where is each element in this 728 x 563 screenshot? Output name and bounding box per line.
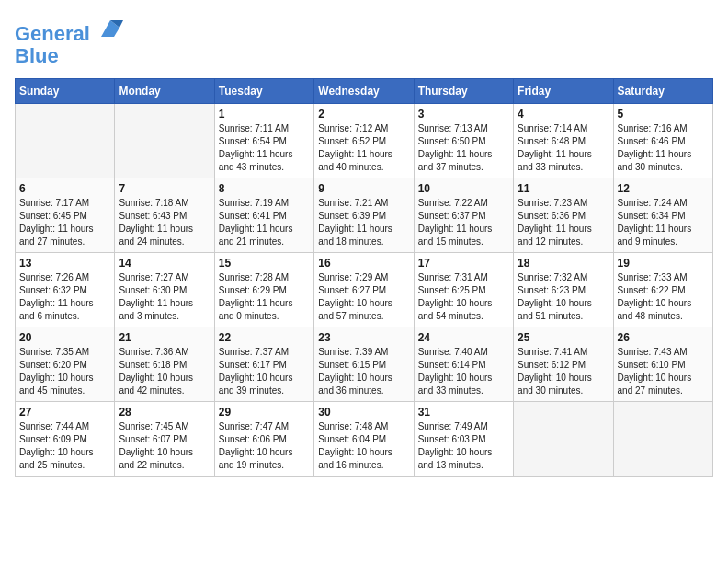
day-cell: 14Sunrise: 7:27 AMSunset: 6:30 PMDayligh… (115, 253, 214, 327)
day-header-thursday: Thursday (414, 79, 513, 104)
day-info: Sunrise: 7:18 AMSunset: 6:43 PMDaylight:… (119, 197, 210, 248)
day-cell: 13Sunrise: 7:26 AMSunset: 6:32 PMDayligh… (16, 253, 115, 327)
day-info: Sunrise: 7:48 AMSunset: 6:04 PMDaylight:… (318, 420, 409, 472)
day-info: Sunrise: 7:24 AMSunset: 6:34 PMDaylight:… (618, 197, 709, 248)
day-info: Sunrise: 7:40 AMSunset: 6:14 PMDaylight:… (418, 346, 509, 397)
day-cell: 9Sunrise: 7:21 AMSunset: 6:39 PMDaylight… (314, 178, 414, 253)
day-info: Sunrise: 7:45 AMSunset: 6:07 PMDaylight:… (119, 420, 210, 472)
day-cell: 6Sunrise: 7:17 AMSunset: 6:45 PMDaylight… (16, 178, 115, 253)
day-info: Sunrise: 7:29 AMSunset: 6:27 PMDaylight:… (318, 271, 409, 323)
day-number: 7 (119, 182, 210, 195)
page-header: General Blue (15, 15, 713, 67)
day-cell: 30Sunrise: 7:48 AMSunset: 6:04 PMDayligh… (314, 402, 414, 477)
day-info: Sunrise: 7:14 AMSunset: 6:48 PMDaylight:… (518, 122, 609, 174)
week-row-3: 13Sunrise: 7:26 AMSunset: 6:32 PMDayligh… (16, 253, 713, 327)
day-cell: 21Sunrise: 7:36 AMSunset: 6:18 PMDayligh… (115, 327, 214, 402)
day-number: 16 (318, 257, 409, 270)
day-number: 5 (618, 108, 709, 121)
day-number: 6 (19, 182, 110, 195)
day-number: 25 (518, 331, 609, 344)
day-cell: 26Sunrise: 7:43 AMSunset: 6:10 PMDayligh… (613, 327, 712, 402)
day-info: Sunrise: 7:36 AMSunset: 6:18 PMDaylight:… (119, 346, 210, 397)
day-number: 9 (318, 182, 409, 195)
day-number: 15 (219, 257, 310, 270)
day-number: 10 (418, 182, 509, 195)
day-cell: 23Sunrise: 7:39 AMSunset: 6:15 PMDayligh… (314, 327, 414, 402)
week-row-5: 27Sunrise: 7:44 AMSunset: 6:09 PMDayligh… (16, 402, 713, 477)
day-number: 17 (418, 257, 509, 270)
day-number: 1 (219, 108, 310, 121)
day-number: 4 (518, 108, 609, 121)
day-header-wednesday: Wednesday (314, 79, 414, 104)
day-cell (514, 402, 613, 477)
day-cell: 11Sunrise: 7:23 AMSunset: 6:36 PMDayligh… (514, 178, 613, 253)
week-row-1: 1Sunrise: 7:11 AMSunset: 6:54 PMDaylight… (16, 104, 713, 178)
day-info: Sunrise: 7:16 AMSunset: 6:46 PMDaylight:… (618, 122, 709, 174)
day-number: 28 (119, 406, 210, 419)
days-header-row: SundayMondayTuesdayWednesdayThursdayFrid… (16, 79, 713, 104)
logo-general: General (15, 22, 90, 45)
day-cell (115, 104, 214, 178)
day-info: Sunrise: 7:19 AMSunset: 6:41 PMDaylight:… (219, 197, 310, 248)
day-info: Sunrise: 7:22 AMSunset: 6:37 PMDaylight:… (418, 197, 509, 248)
day-info: Sunrise: 7:32 AMSunset: 6:23 PMDaylight:… (518, 271, 609, 323)
day-info: Sunrise: 7:26 AMSunset: 6:32 PMDaylight:… (19, 271, 110, 323)
day-number: 30 (318, 406, 409, 419)
day-cell: 20Sunrise: 7:35 AMSunset: 6:20 PMDayligh… (16, 327, 115, 402)
day-number: 26 (618, 331, 709, 344)
day-info: Sunrise: 7:33 AMSunset: 6:22 PMDaylight:… (618, 271, 709, 323)
day-info: Sunrise: 7:43 AMSunset: 6:10 PMDaylight:… (618, 346, 709, 397)
day-number: 11 (518, 182, 609, 195)
week-row-2: 6Sunrise: 7:17 AMSunset: 6:45 PMDaylight… (16, 178, 713, 253)
day-number: 13 (19, 257, 110, 270)
day-number: 24 (418, 331, 509, 344)
day-info: Sunrise: 7:27 AMSunset: 6:30 PMDaylight:… (119, 271, 210, 323)
day-cell (16, 104, 115, 178)
day-info: Sunrise: 7:31 AMSunset: 6:25 PMDaylight:… (418, 271, 509, 323)
day-cell: 7Sunrise: 7:18 AMSunset: 6:43 PMDaylight… (115, 178, 214, 253)
logo: General Blue (15, 15, 123, 67)
day-header-friday: Friday (514, 79, 613, 104)
day-cell (613, 402, 712, 477)
day-cell: 10Sunrise: 7:22 AMSunset: 6:37 PMDayligh… (414, 178, 513, 253)
day-info: Sunrise: 7:37 AMSunset: 6:17 PMDaylight:… (219, 346, 310, 397)
day-info: Sunrise: 7:23 AMSunset: 6:36 PMDaylight:… (518, 197, 609, 248)
day-info: Sunrise: 7:39 AMSunset: 6:15 PMDaylight:… (318, 346, 409, 397)
day-info: Sunrise: 7:44 AMSunset: 6:09 PMDaylight:… (19, 420, 110, 472)
day-cell: 29Sunrise: 7:47 AMSunset: 6:06 PMDayligh… (214, 402, 313, 477)
day-cell: 17Sunrise: 7:31 AMSunset: 6:25 PMDayligh… (414, 253, 513, 327)
day-cell: 28Sunrise: 7:45 AMSunset: 6:07 PMDayligh… (115, 402, 214, 477)
day-cell: 25Sunrise: 7:41 AMSunset: 6:12 PMDayligh… (514, 327, 613, 402)
day-header-tuesday: Tuesday (214, 79, 313, 104)
day-cell: 19Sunrise: 7:33 AMSunset: 6:22 PMDayligh… (613, 253, 712, 327)
day-number: 12 (618, 182, 709, 195)
day-cell: 8Sunrise: 7:19 AMSunset: 6:41 PMDaylight… (214, 178, 313, 253)
day-header-sunday: Sunday (16, 79, 115, 104)
day-number: 8 (219, 182, 310, 195)
day-cell: 27Sunrise: 7:44 AMSunset: 6:09 PMDayligh… (16, 402, 115, 477)
day-header-saturday: Saturday (613, 79, 712, 104)
day-info: Sunrise: 7:41 AMSunset: 6:12 PMDaylight:… (518, 346, 609, 397)
logo-icon (97, 15, 123, 40)
day-cell: 16Sunrise: 7:29 AMSunset: 6:27 PMDayligh… (314, 253, 414, 327)
day-number: 18 (518, 257, 609, 270)
day-cell: 5Sunrise: 7:16 AMSunset: 6:46 PMDaylight… (613, 104, 712, 178)
day-number: 23 (318, 331, 409, 344)
day-info: Sunrise: 7:28 AMSunset: 6:29 PMDaylight:… (219, 271, 310, 323)
day-cell: 15Sunrise: 7:28 AMSunset: 6:29 PMDayligh… (214, 253, 313, 327)
day-number: 29 (219, 406, 310, 419)
day-cell: 3Sunrise: 7:13 AMSunset: 6:50 PMDaylight… (414, 104, 513, 178)
day-info: Sunrise: 7:49 AMSunset: 6:03 PMDaylight:… (418, 420, 509, 472)
day-number: 2 (318, 108, 409, 121)
logo-blue: Blue (15, 44, 59, 67)
day-info: Sunrise: 7:12 AMSunset: 6:52 PMDaylight:… (318, 122, 409, 174)
day-number: 21 (119, 331, 210, 344)
day-cell: 1Sunrise: 7:11 AMSunset: 6:54 PMDaylight… (214, 104, 313, 178)
day-info: Sunrise: 7:35 AMSunset: 6:20 PMDaylight:… (19, 346, 110, 397)
day-info: Sunrise: 7:21 AMSunset: 6:39 PMDaylight:… (318, 197, 409, 248)
day-header-monday: Monday (115, 79, 214, 104)
day-info: Sunrise: 7:47 AMSunset: 6:06 PMDaylight:… (219, 420, 310, 472)
day-number: 20 (19, 331, 110, 344)
day-cell: 12Sunrise: 7:24 AMSunset: 6:34 PMDayligh… (613, 178, 712, 253)
day-info: Sunrise: 7:13 AMSunset: 6:50 PMDaylight:… (418, 122, 509, 174)
